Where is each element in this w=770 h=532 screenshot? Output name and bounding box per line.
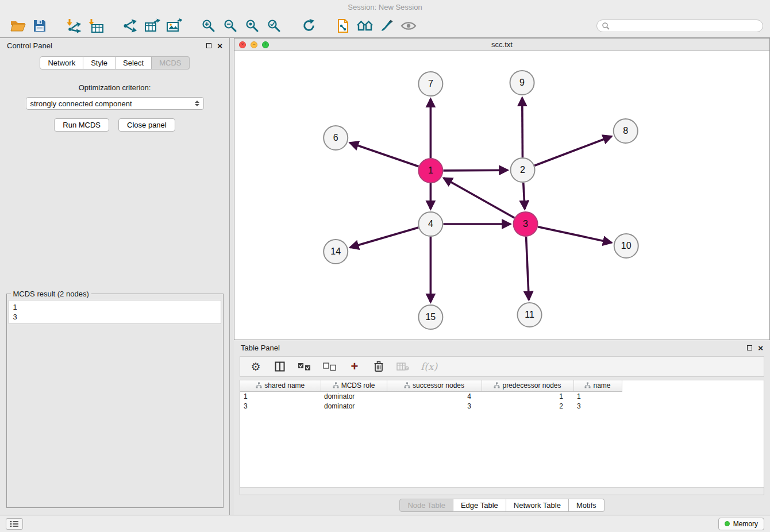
column-header-shared-name[interactable]: shared name — [240, 380, 321, 391]
network-canvas[interactable]: 7968124314101511 — [234, 51, 769, 340]
window-close-icon[interactable]: × — [239, 41, 246, 48]
node-10[interactable]: 10 — [614, 234, 638, 258]
run-mcds-button[interactable]: Run MCDS — [54, 118, 109, 132]
cell-predecessor-nodes[interactable]: 2 — [482, 401, 573, 411]
cell-successor-nodes[interactable]: 4 — [387, 391, 482, 401]
control-tab-network[interactable]: Network — [40, 56, 83, 70]
table-tab-network-table[interactable]: Network Table — [506, 499, 569, 512]
column-header-name[interactable]: name — [573, 380, 622, 391]
show-hide-button[interactable] — [398, 16, 419, 36]
node-14[interactable]: 14 — [324, 240, 348, 264]
window-minimize-icon[interactable]: − — [251, 41, 257, 48]
node-6[interactable]: 6 — [324, 126, 348, 150]
control-tab-mcds[interactable]: MCDS — [152, 56, 189, 70]
edge-4-14[interactable] — [350, 228, 418, 248]
cell-predecessor-nodes[interactable]: 1 — [482, 391, 573, 401]
table-tab-edge-table[interactable]: Edge Table — [453, 499, 506, 512]
node-label: 10 — [621, 241, 632, 251]
list-menu-icon — [10, 521, 19, 527]
import-network-button[interactable] — [63, 16, 85, 36]
edge-2-9[interactable] — [522, 98, 523, 157]
node-2[interactable]: 2 — [511, 158, 535, 182]
table-horizontal-scrollbar[interactable] — [240, 487, 764, 495]
deselect-all-button[interactable] — [323, 363, 337, 371]
memory-button[interactable]: Memory — [718, 518, 764, 530]
apply-style-button[interactable] — [376, 16, 398, 36]
save-floppy-icon — [33, 19, 47, 33]
column-header-predecessor-nodes[interactable]: predecessor nodes — [482, 380, 573, 391]
mcds-result-line: 1 — [13, 302, 217, 312]
table-row[interactable]: 3dominator323 — [240, 401, 764, 411]
edge-3-1[interactable] — [444, 178, 514, 218]
cell-shared-name[interactable]: 3 — [240, 401, 321, 411]
add-column-button[interactable]: + — [348, 360, 361, 373]
close-panel-button[interactable]: Close panel — [118, 118, 175, 132]
node-15[interactable]: 15 — [418, 305, 442, 329]
export-image-button[interactable] — [163, 16, 185, 36]
edge-3-11[interactable] — [526, 237, 529, 300]
node-3[interactable]: 3 — [514, 212, 538, 236]
delete-table-button[interactable] — [396, 362, 409, 371]
edge-3-10[interactable] — [538, 227, 611, 243]
zoom-selected-button[interactable] — [263, 16, 285, 36]
function-builder-button[interactable]: f(x) — [421, 361, 437, 372]
import-table-button[interactable] — [85, 16, 107, 36]
search-input[interactable] — [613, 22, 758, 30]
column-visibility-button[interactable] — [274, 361, 286, 372]
export-network-button[interactable] — [120, 16, 141, 36]
cell-name[interactable]: 1 — [573, 391, 622, 401]
open-session-button[interactable] — [7, 16, 29, 36]
node-label: 3 — [523, 219, 528, 229]
control-tab-style[interactable]: Style — [83, 56, 116, 70]
zoom-in-button[interactable] — [198, 16, 220, 36]
close-table-panel-icon[interactable]: × — [758, 344, 763, 352]
edge-1-6[interactable] — [350, 143, 419, 167]
cell-mcds-role[interactable]: dominator — [321, 401, 387, 411]
table-toolbar: ⚙ — [240, 356, 764, 377]
optimization-criterion-select[interactable]: strongly connected component — [26, 97, 204, 110]
node-1[interactable]: 1 — [418, 159, 442, 183]
node-label: 2 — [520, 165, 525, 175]
zoom-out-button[interactable] — [220, 16, 241, 36]
cell-name[interactable]: 3 — [573, 401, 622, 411]
float-panel-icon[interactable] — [206, 43, 211, 48]
network-graph[interactable]: 7968124314101511 — [234, 51, 769, 340]
close-panel-icon[interactable]: × — [217, 41, 222, 50]
zoom-fit-button[interactable] — [241, 16, 263, 36]
window-zoom-icon[interactable]: + — [262, 41, 269, 48]
mcds-result-box[interactable]: 13 — [9, 300, 221, 324]
node-8[interactable]: 8 — [614, 119, 638, 143]
cell-successor-nodes[interactable]: 3 — [387, 401, 482, 411]
panel-menu-button[interactable] — [6, 518, 23, 530]
export-table-button[interactable] — [141, 16, 163, 36]
table-settings-button[interactable]: ⚙ — [249, 361, 262, 372]
refresh-network-button[interactable] — [298, 16, 319, 36]
cell-shared-name[interactable]: 1 — [240, 391, 321, 401]
node-11[interactable]: 11 — [518, 303, 542, 327]
float-table-panel-icon[interactable] — [747, 345, 752, 350]
column-header-mcds-role[interactable]: MCDS role — [321, 380, 387, 391]
save-session-button[interactable] — [29, 16, 51, 36]
node-9[interactable]: 9 — [510, 71, 534, 95]
node-label: 6 — [333, 133, 338, 143]
edge-2-8[interactable] — [534, 136, 611, 165]
new-network-from-selection-button[interactable] — [332, 16, 354, 36]
select-all-button[interactable] — [298, 363, 311, 371]
search-box[interactable] — [596, 20, 763, 32]
cell-mcds-role[interactable]: dominator — [321, 391, 387, 401]
control-tab-select[interactable]: Select — [116, 56, 152, 70]
column-header-successor-nodes[interactable]: successor nodes — [387, 380, 482, 391]
node-label: 11 — [525, 310, 534, 320]
table-tab-node-table[interactable]: Node Table — [399, 499, 453, 512]
node-7[interactable]: 7 — [418, 72, 442, 96]
node-label: 7 — [428, 79, 433, 89]
trash-icon — [374, 361, 384, 372]
delete-column-button[interactable] — [372, 361, 385, 372]
table-tab-motifs[interactable]: Motifs — [569, 499, 605, 512]
control-panel-tabs: NetworkStyleSelectMCDS — [0, 56, 229, 70]
edge-1-2[interactable] — [443, 170, 507, 171]
first-neighbors-button[interactable] — [354, 16, 376, 36]
edge-2-3[interactable] — [523, 183, 525, 209]
table-row[interactable]: 1dominator411 — [240, 391, 764, 401]
node-4[interactable]: 4 — [418, 212, 442, 236]
